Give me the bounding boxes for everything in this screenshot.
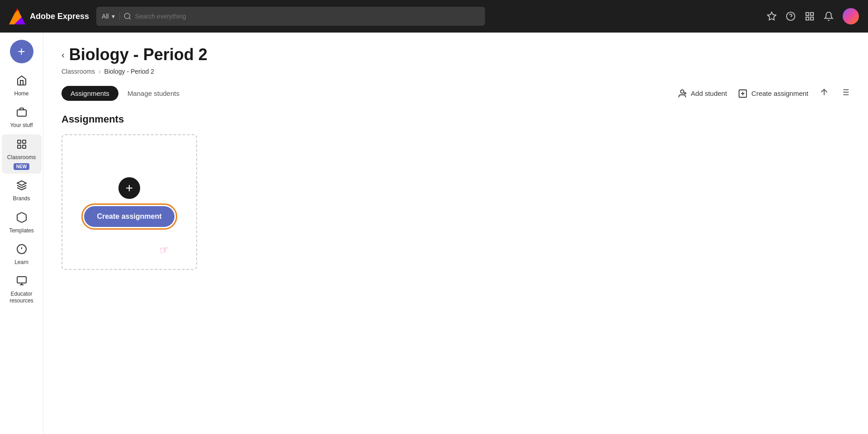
- tabs-row: Assignments Manage students Add student …: [61, 86, 850, 101]
- create-assignment-header-label: Create assignment: [751, 90, 808, 97]
- main-content: ‹ Biology - Period 2 Classrooms › Biolog…: [43, 33, 868, 434]
- search-container: All ▾: [96, 7, 485, 26]
- tab-manage-students[interactable]: Manage students: [118, 86, 189, 101]
- search-icon: [123, 12, 132, 20]
- search-filter-label: All: [102, 13, 109, 20]
- svg-rect-9: [18, 140, 21, 143]
- your-stuff-icon: [16, 107, 27, 120]
- add-student-icon: [677, 89, 687, 99]
- add-student-button[interactable]: Add student: [677, 89, 727, 99]
- svg-rect-4: [806, 13, 809, 15]
- assignments-grid: + Create assignment ☞: [61, 134, 850, 270]
- chevron-down-icon: ▾: [112, 13, 115, 20]
- svg-rect-10: [23, 140, 26, 143]
- page-header: ‹ Biology - Period 2: [61, 45, 850, 64]
- cursor-indicator: ☞: [158, 243, 170, 257]
- list-view-icon[interactable]: [840, 87, 850, 99]
- templates-icon: [16, 212, 27, 226]
- svg-line-1: [129, 18, 130, 19]
- sidebar-item-label: Brands: [13, 195, 30, 202]
- create-fab-button[interactable]: +: [10, 40, 33, 63]
- sidebar-item-classrooms[interactable]: Classrooms NEW: [2, 134, 42, 174]
- sidebar-item-home[interactable]: Home: [2, 71, 42, 100]
- svg-rect-8: [17, 110, 26, 116]
- nav-icons: [767, 8, 859, 24]
- notifications-icon[interactable]: [824, 11, 834, 21]
- avatar[interactable]: [843, 8, 859, 24]
- svg-rect-16: [17, 277, 26, 283]
- home-icon: [16, 75, 27, 89]
- back-button[interactable]: ‹: [61, 50, 65, 60]
- page-title: Biology - Period 2: [69, 45, 208, 64]
- learn-icon: [16, 244, 27, 257]
- breadcrumb-separator: ›: [99, 68, 101, 75]
- app-layout: + Home Your stuff Classrooms NEW Brands: [0, 33, 868, 434]
- breadcrumb-current: Biology - Period 2: [104, 68, 155, 75]
- svg-point-0: [124, 13, 130, 19]
- sidebar-item-your-stuff[interactable]: Your stuff: [2, 102, 42, 132]
- sidebar: + Home Your stuff Classrooms NEW Brands: [0, 33, 43, 434]
- svg-rect-7: [811, 17, 813, 20]
- sidebar-item-label: Learn: [14, 259, 28, 265]
- sidebar-item-label: Educator resources: [5, 291, 39, 304]
- create-assignment-header-button[interactable]: Create assignment: [738, 89, 808, 99]
- svg-rect-11: [18, 145, 21, 148]
- app-name: Adobe Express: [30, 12, 89, 21]
- educator-resources-icon: [16, 275, 27, 289]
- svg-rect-6: [806, 17, 809, 20]
- svg-point-19: [680, 90, 684, 93]
- breadcrumb: Classrooms › Biology - Period 2: [61, 68, 850, 75]
- classrooms-icon: [16, 139, 27, 152]
- help-icon[interactable]: [786, 11, 796, 21]
- sort-icon[interactable]: [819, 87, 829, 99]
- svg-rect-12: [23, 145, 26, 148]
- search-filter-dropdown[interactable]: All ▾: [102, 13, 120, 20]
- sidebar-item-label: Your stuff: [10, 122, 33, 128]
- tab-assignments[interactable]: Assignments: [61, 86, 118, 101]
- create-assignment-card: + Create assignment ☞: [61, 134, 197, 270]
- svg-rect-5: [811, 13, 813, 15]
- tab-actions: Add student Create assignment: [677, 87, 850, 99]
- search-input[interactable]: [135, 13, 480, 20]
- sidebar-item-learn[interactable]: Learn: [2, 239, 42, 269]
- sidebar-item-brands[interactable]: Brands: [2, 175, 42, 205]
- sidebar-item-label: Home: [14, 90, 28, 97]
- plus-circle-icon: +: [118, 177, 140, 199]
- assignments-section-title: Assignments: [61, 113, 850, 125]
- sidebar-item-label: Templates: [9, 227, 34, 234]
- adobe-logo-icon: [9, 8, 25, 24]
- sidebar-item-label: Classrooms: [7, 154, 36, 160]
- create-assignment-card-button[interactable]: Create assignment: [84, 206, 174, 227]
- sidebar-item-templates[interactable]: Templates: [2, 208, 42, 237]
- new-badge: NEW: [14, 163, 29, 170]
- breadcrumb-classrooms[interactable]: Classrooms: [61, 68, 95, 75]
- brands-icon: [16, 180, 27, 193]
- top-navigation: Adobe Express All ▾: [0, 0, 868, 33]
- apps-icon[interactable]: [805, 11, 815, 21]
- create-assignment-icon: [738, 89, 748, 99]
- sidebar-item-educator-resources[interactable]: Educator resources: [2, 271, 42, 307]
- logo-area[interactable]: Adobe Express: [9, 8, 89, 24]
- add-student-label: Add student: [691, 90, 727, 97]
- plugin-icon[interactable]: [767, 11, 777, 21]
